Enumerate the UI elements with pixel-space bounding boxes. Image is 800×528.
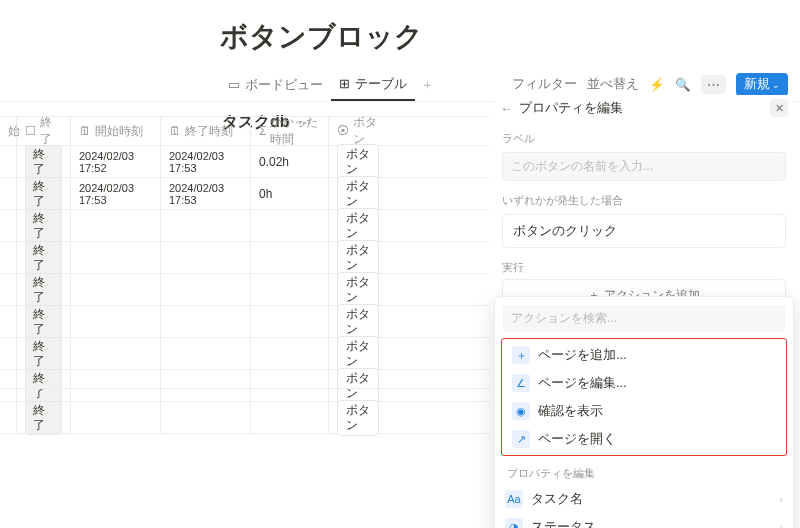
cell-start-time[interactable]: [71, 370, 161, 401]
action-item[interactable]: ↗ページを開く: [502, 425, 786, 453]
cell-end[interactable]: 終了: [17, 146, 71, 177]
cell-start: [0, 146, 17, 177]
action-label: ページを追加...: [538, 346, 627, 364]
row-button[interactable]: ボタン: [337, 240, 379, 276]
plus-icon: ＋: [512, 346, 530, 364]
cell-end-time[interactable]: [161, 242, 251, 273]
table-row[interactable]: 終了ボタン: [0, 338, 490, 370]
row-button[interactable]: ボタン: [337, 176, 379, 212]
cell-end[interactable]: 終了: [17, 274, 71, 305]
cell-end-time[interactable]: [161, 370, 251, 401]
view-table[interactable]: ⊞ テーブル: [331, 69, 415, 101]
col-end[interactable]: ☐終了: [17, 117, 71, 145]
table-row[interactable]: 終了2024/02/03 17:532024/02/03 17:530hボタン: [0, 178, 490, 210]
cell-start-time[interactable]: [71, 402, 161, 433]
end-pill[interactable]: 終了: [25, 401, 62, 435]
view-board[interactable]: ▭ ボードビュー: [220, 70, 331, 100]
add-view-button[interactable]: ＋: [415, 72, 440, 98]
cell-end[interactable]: 終了: [17, 210, 71, 241]
table-row[interactable]: 終了ボタン: [0, 370, 490, 402]
cell-end-time[interactable]: 2024/02/03 17:53: [161, 178, 251, 209]
search-icon[interactable]: 🔍: [675, 77, 691, 92]
cell-start-time[interactable]: [71, 210, 161, 241]
cell-end-time[interactable]: [161, 402, 251, 433]
col-start-time[interactable]: 🗓開始時刻: [71, 117, 161, 145]
row-button[interactable]: ボタン: [337, 272, 379, 308]
cell-end-time[interactable]: [161, 210, 251, 241]
end-pill[interactable]: 終了: [25, 337, 62, 371]
table-row[interactable]: 終了ボタン: [0, 306, 490, 338]
action-label: ページを開く: [538, 430, 616, 448]
action-item[interactable]: ◉確認を表示: [502, 397, 786, 425]
table: 始 ☐終了 🗓開始時刻 🗓終了時刻 Σかかった時間 ⦿ボタン 終了2024/02…: [0, 116, 490, 434]
col-end-label: 終了: [40, 114, 62, 148]
action-search-input[interactable]: アクションを検索...: [503, 305, 785, 332]
end-pill[interactable]: 終了: [25, 273, 62, 307]
cell-button: ボタン: [329, 146, 387, 177]
cell-button: ボタン: [329, 242, 387, 273]
cell-end[interactable]: 終了: [17, 338, 71, 369]
row-button[interactable]: ボタン: [337, 336, 379, 372]
row-button[interactable]: ボタン: [337, 400, 379, 436]
table-row[interactable]: 終了ボタン: [0, 402, 490, 434]
cell-start-time[interactable]: [71, 274, 161, 305]
panel-title: プロパティを編集: [519, 99, 623, 117]
table-row[interactable]: 終了2024/02/03 17:522024/02/03 17:530.02hボ…: [0, 146, 490, 178]
cell-end[interactable]: 終了: [17, 178, 71, 209]
col-button[interactable]: ⦿ボタン: [329, 117, 387, 145]
view-table-label: テーブル: [355, 75, 407, 93]
bolt-icon[interactable]: ⚡: [649, 77, 665, 92]
cell-end-time[interactable]: [161, 306, 251, 337]
cell-start-time[interactable]: [71, 306, 161, 337]
cell-start-time[interactable]: 2024/02/03 17:52: [71, 146, 161, 177]
table-row[interactable]: 終了ボタン: [0, 210, 490, 242]
cell-end-time[interactable]: [161, 274, 251, 305]
row-button[interactable]: ボタン: [337, 304, 379, 340]
cell-start-time[interactable]: 2024/02/03 17:53: [71, 178, 161, 209]
row-button[interactable]: ボタン: [337, 368, 379, 404]
end-pill[interactable]: 終了: [25, 209, 62, 243]
end-pill[interactable]: 終了: [25, 177, 62, 211]
sort-button[interactable]: 並べ替え: [587, 76, 639, 93]
close-button[interactable]: ✕: [770, 99, 788, 117]
row-button[interactable]: ボタン: [337, 144, 379, 180]
formula-icon: Σ: [259, 124, 266, 138]
cell-end[interactable]: 終了: [17, 370, 71, 401]
cell-end[interactable]: 終了: [17, 306, 71, 337]
col-start-sliver[interactable]: 始: [0, 117, 17, 145]
new-button[interactable]: 新規⌄: [736, 73, 788, 96]
cell-start-time[interactable]: [71, 338, 161, 369]
filter-button[interactable]: フィルター: [512, 76, 577, 93]
end-pill[interactable]: 終了: [25, 369, 62, 403]
property-item[interactable]: Aaタスク名›: [495, 485, 793, 513]
pencil-icon: ∠: [512, 374, 530, 392]
cell-end-time[interactable]: 2024/02/03 17:53: [161, 146, 251, 177]
cell-start-time[interactable]: [71, 242, 161, 273]
cell-start: [0, 306, 17, 337]
end-pill[interactable]: 終了: [25, 305, 62, 339]
button-name-input[interactable]: このボタンの名前を入力...: [502, 152, 786, 181]
action-label: 確認を表示: [538, 402, 603, 420]
end-pill[interactable]: 終了: [25, 241, 62, 275]
open-icon: ↗: [512, 430, 530, 448]
end-pill[interactable]: 終了: [25, 145, 62, 179]
more-button[interactable]: ⋯: [701, 75, 726, 94]
col-end-time[interactable]: 🗓終了時刻: [161, 117, 251, 145]
cell-duration: [251, 306, 329, 337]
cell-end-time[interactable]: [161, 338, 251, 369]
property-item[interactable]: ◔ステータス›: [495, 513, 793, 528]
col-duration[interactable]: Σかかった時間: [251, 117, 329, 145]
table-row[interactable]: 終了ボタン: [0, 274, 490, 306]
trigger-select[interactable]: ボタンのクリック: [502, 214, 786, 248]
action-item[interactable]: ＋ページを追加...: [502, 341, 786, 369]
table-row[interactable]: 終了ボタン: [0, 242, 490, 274]
row-button[interactable]: ボタン: [337, 208, 379, 244]
action-item[interactable]: ∠ページを編集...: [502, 369, 786, 397]
chevron-right-icon: ›: [779, 521, 783, 528]
cell-duration: [251, 338, 329, 369]
cell-end[interactable]: 終了: [17, 242, 71, 273]
cell-end[interactable]: 終了: [17, 402, 71, 433]
cell-button: ボタン: [329, 402, 387, 433]
back-button[interactable]: ←: [500, 101, 513, 116]
status-icon: ◔: [505, 518, 523, 528]
